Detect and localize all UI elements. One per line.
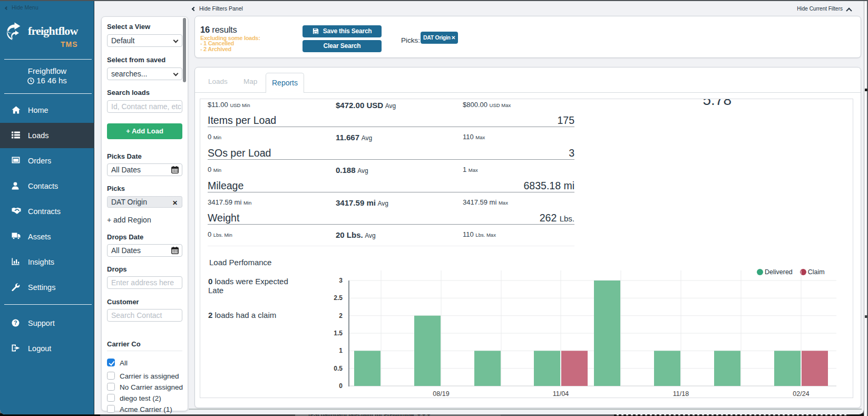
svg-text:2.5: 2.5 xyxy=(334,294,343,302)
svg-text:0.5: 0.5 xyxy=(334,365,343,372)
svg-text:0: 0 xyxy=(339,382,343,390)
svg-text:1: 1 xyxy=(339,347,343,354)
svg-text:11/18: 11/18 xyxy=(673,390,689,397)
svg-text:2: 2 xyxy=(339,312,343,320)
svg-text:3: 3 xyxy=(339,277,343,284)
svg-text:08/19: 08/19 xyxy=(433,390,449,397)
svg-text:11/04: 11/04 xyxy=(553,390,569,397)
svg-text:?: ? xyxy=(14,320,17,326)
svg-text:02/24: 02/24 xyxy=(793,390,809,397)
svg-text:1.5: 1.5 xyxy=(334,330,343,337)
